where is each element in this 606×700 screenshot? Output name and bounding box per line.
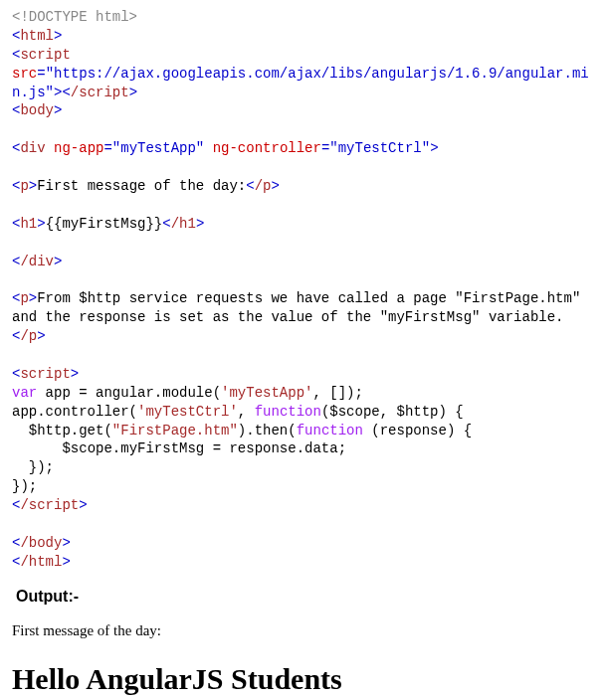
- bracket: >: [271, 178, 279, 194]
- bracket: >: [54, 102, 62, 118]
- code: app = angular.module(: [37, 385, 221, 401]
- bracket: >: [196, 216, 204, 232]
- bracket: >: [129, 85, 137, 100]
- kw-function: function: [297, 423, 363, 438]
- string: 'myTestApp': [221, 385, 312, 401]
- output-h1: Hello AngularJS Students: [12, 659, 594, 700]
- tag-p: p: [20, 178, 28, 194]
- tag-p-close: /p: [255, 178, 272, 194]
- output-label: Output:-: [16, 586, 594, 608]
- tag-script-close: /script: [71, 85, 129, 100]
- tag-h1-close: /h1: [171, 216, 196, 232]
- bracket: >: [430, 140, 438, 156]
- bracket: >: [71, 366, 79, 382]
- attr-val: "myTestCtrl": [329, 140, 430, 156]
- code-block: <!DOCTYPE html> <html> <script src="http…: [12, 8, 594, 572]
- code: ).then(: [238, 423, 297, 438]
- bracket: >: [29, 290, 37, 306]
- tag-body-close: /body: [20, 535, 62, 551]
- code: $scope.myFirstMsg = response.data;: [12, 440, 346, 456]
- bracket: <: [162, 216, 170, 232]
- tag-p-close: /p: [20, 328, 37, 344]
- code: });: [12, 478, 37, 494]
- bracket: >: [79, 497, 87, 513]
- bracket: ><: [54, 85, 71, 100]
- code: $http.get(: [12, 423, 112, 438]
- tag-h1: h1: [20, 216, 37, 232]
- code: app.controller(: [12, 404, 137, 420]
- tag-html-close: /html: [20, 554, 62, 570]
- bracket: >: [62, 554, 70, 570]
- bracket: >: [37, 216, 45, 232]
- bracket: >: [29, 178, 37, 194]
- tag-script-close: /script: [20, 497, 79, 513]
- code: ($scope, $http) {: [321, 404, 464, 420]
- tag-body: body: [20, 102, 54, 118]
- attr-val: "myTestApp": [112, 140, 204, 156]
- kw-function: function: [255, 404, 321, 420]
- tag-script: script: [20, 366, 70, 382]
- code: (response) {: [363, 423, 472, 438]
- text: From $http service requests we have call…: [12, 290, 589, 325]
- doctype: <!DOCTYPE html>: [12, 9, 137, 25]
- tag-script: script: [20, 47, 70, 63]
- string: 'myTestCtrl': [137, 404, 238, 420]
- tag-div-close: /div: [20, 254, 54, 269]
- tag-html: html: [20, 28, 54, 44]
- code: ,: [238, 404, 255, 420]
- tag-div: div: [20, 140, 45, 156]
- text: First message of the day:: [37, 178, 246, 194]
- bracket: >: [37, 328, 45, 344]
- attr-ngctrl: ng-controller: [204, 140, 321, 156]
- attr-ngapp: ng-app: [46, 140, 104, 156]
- output-p1: First message of the day:: [12, 620, 594, 640]
- bracket: >: [54, 254, 62, 269]
- code: , []);: [312, 385, 362, 401]
- output-area: First message of the day: Hello AngularJ…: [12, 620, 594, 700]
- equals: =: [37, 66, 45, 82]
- kw-var: var: [12, 385, 37, 401]
- bracket: <: [246, 178, 254, 194]
- equals: =: [103, 140, 111, 156]
- tag-p: p: [20, 290, 28, 306]
- bracket: >: [54, 28, 62, 44]
- bracket: >: [62, 535, 70, 551]
- text: {{myFirstMsg}}: [46, 216, 163, 232]
- string: "FirstPage.htm": [112, 423, 238, 438]
- code: });: [12, 459, 54, 475]
